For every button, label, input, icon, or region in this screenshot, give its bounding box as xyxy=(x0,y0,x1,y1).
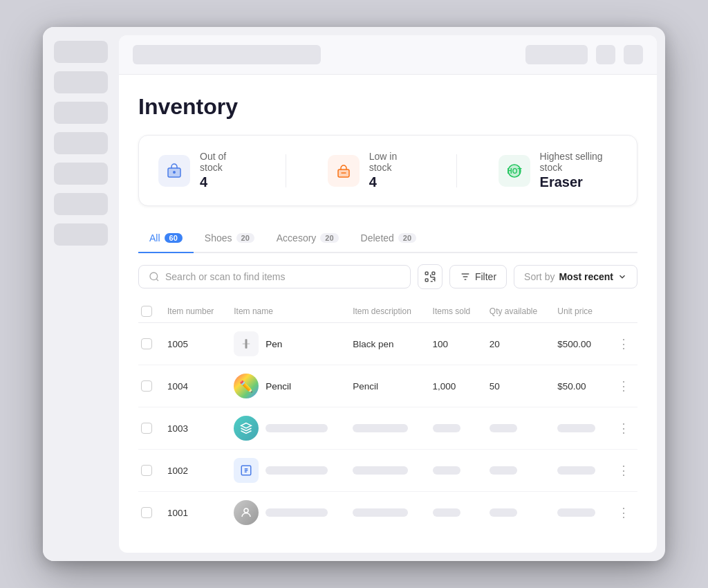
stats-card: Out of stock 4 Lo xyxy=(138,135,637,206)
item-name-1001 xyxy=(227,492,346,534)
item-desc-placeholder-1003 xyxy=(346,407,425,450)
item-name-placeholder-1002 xyxy=(266,466,328,475)
low-in-stock-icon xyxy=(328,155,360,187)
search-filter-row: Search or scan to find items Fil xyxy=(138,264,637,289)
item-desc-placeholder-1002 xyxy=(346,450,425,492)
qty-available-1004: 50 xyxy=(483,365,550,407)
col-item-number: Item number xyxy=(160,300,227,323)
col-actions xyxy=(608,300,637,323)
table-row: 1001 xyxy=(138,492,637,534)
item-name-1002 xyxy=(227,450,346,492)
qty-placeholder-1002 xyxy=(483,450,550,492)
sidebar xyxy=(43,27,119,561)
sidebar-item-2[interactable] xyxy=(54,71,108,93)
main-content: Inventory Out of stock 4 xyxy=(119,35,657,553)
tab-shoes-badge: 20 xyxy=(236,233,254,243)
item-name-1004: ✏️ Pencil xyxy=(227,365,346,407)
page-title: Inventory xyxy=(138,94,637,120)
inventory-table: Item number Item name Item description I… xyxy=(138,300,637,533)
unit-price-1005: $500.00 xyxy=(550,323,608,365)
item-number-1004: 1004 xyxy=(160,365,227,407)
topbar-btn-1[interactable] xyxy=(596,45,615,64)
price-placeholder-1001 xyxy=(550,492,608,534)
price-placeholder-1003 xyxy=(550,407,608,450)
row-menu-1005[interactable]: ⋮ xyxy=(615,336,631,351)
sort-by-value: Most recent xyxy=(559,271,613,282)
topbar-pill xyxy=(525,45,588,64)
qty-placeholder-1001 xyxy=(483,492,550,534)
tabs-row: All 60 Shoes 20 Accesory 20 Deleted 20 xyxy=(138,226,637,253)
item-number-1005: 1005 xyxy=(160,323,227,365)
sidebar-item-5[interactable] xyxy=(54,163,108,185)
tab-accessory-badge: 20 xyxy=(320,233,338,243)
highest-selling-label: Highest selling stock xyxy=(540,151,617,173)
row-checkbox-1004[interactable] xyxy=(141,380,152,392)
tab-deleted[interactable]: Deleted 20 xyxy=(350,226,428,252)
qty-placeholder-1003 xyxy=(483,407,550,450)
row-checkbox-1005[interactable] xyxy=(141,338,152,349)
row-menu-1001[interactable]: ⋮ xyxy=(615,505,631,520)
out-of-stock-value: 4 xyxy=(200,174,244,190)
sort-button[interactable]: Sort by Most recent xyxy=(514,265,637,288)
row-checkbox-1002[interactable] xyxy=(141,465,152,476)
svg-rect-24 xyxy=(245,339,248,349)
price-placeholder-1002 xyxy=(550,450,608,492)
search-placeholder: Search or scan to find items xyxy=(165,271,286,282)
items-sold-1004: 1,000 xyxy=(426,365,483,407)
item-number-1001: 1001 xyxy=(160,492,227,534)
sidebar-item-6[interactable] xyxy=(54,193,108,215)
svg-text:HOT: HOT xyxy=(507,167,521,175)
row-menu-1004[interactable]: ⋮ xyxy=(615,378,631,394)
item-name-placeholder-1001 xyxy=(266,508,328,517)
col-item-name: Item name xyxy=(227,300,346,323)
col-items-sold: Items sold xyxy=(426,300,483,323)
sort-by-label: Sort by xyxy=(524,271,555,282)
scan-button[interactable] xyxy=(418,264,442,289)
highest-selling-icon: HOT xyxy=(499,155,530,187)
highest-selling-value: Eraser xyxy=(540,174,617,190)
col-item-description: Item description xyxy=(346,300,425,323)
sidebar-item-3[interactable] xyxy=(54,102,108,124)
tab-all[interactable]: All 60 xyxy=(138,226,194,253)
tab-deleted-badge: 20 xyxy=(398,233,416,243)
filter-button[interactable]: Filter xyxy=(449,265,507,288)
tab-accessory-label: Accesory xyxy=(277,232,317,244)
filter-icon xyxy=(460,271,471,282)
stat-out-of-stock: Out of stock 4 xyxy=(158,151,244,190)
select-all-checkbox[interactable] xyxy=(141,306,152,317)
item-thumb-pencil: ✏️ xyxy=(234,374,259,398)
col-unit-price: Unit price xyxy=(550,300,608,323)
tab-shoes[interactable]: Shoes 20 xyxy=(194,226,266,252)
item-description-1005: Black pen xyxy=(346,323,425,365)
item-desc-placeholder-1001 xyxy=(346,492,425,534)
table-row: 1002 xyxy=(138,450,637,492)
sidebar-item-1[interactable] xyxy=(54,41,108,63)
stat-highest-selling-text: Highest selling stock Eraser xyxy=(540,151,617,190)
item-name-1003 xyxy=(227,407,346,450)
item-thumb-1002 xyxy=(234,458,259,483)
tab-accessory[interactable]: Accesory 20 xyxy=(266,226,350,252)
svg-rect-13 xyxy=(425,279,428,282)
sidebar-item-7[interactable] xyxy=(54,223,108,246)
svg-line-10 xyxy=(156,279,158,281)
sidebar-item-4[interactable] xyxy=(54,132,108,154)
scan-icon xyxy=(424,270,436,283)
items-sold-placeholder-1001 xyxy=(426,492,483,534)
table-row: 1005 Pen xyxy=(138,323,637,365)
stat-highest-selling: HOT Highest selling stock Eraser xyxy=(499,151,617,190)
row-checkbox-1003[interactable] xyxy=(141,423,152,434)
stat-low-in-stock-text: Low in stock 4 xyxy=(369,151,415,190)
page-body: Inventory Out of stock 4 xyxy=(119,75,657,553)
topbar-btn-2[interactable] xyxy=(624,45,643,64)
search-box[interactable]: Search or scan to find items xyxy=(138,265,411,288)
tab-shoes-label: Shoes xyxy=(205,232,232,244)
unit-price-1004: $50.00 xyxy=(550,365,608,407)
item-thumb-1003 xyxy=(234,416,259,441)
row-menu-1003[interactable]: ⋮ xyxy=(615,421,631,436)
items-sold-1005: 100 xyxy=(426,323,483,365)
topbar-search-bar xyxy=(133,45,321,64)
row-menu-1002[interactable]: ⋮ xyxy=(615,463,631,478)
row-checkbox-1001[interactable] xyxy=(141,507,152,518)
out-of-stock-icon xyxy=(158,155,190,187)
search-icon xyxy=(149,271,160,282)
